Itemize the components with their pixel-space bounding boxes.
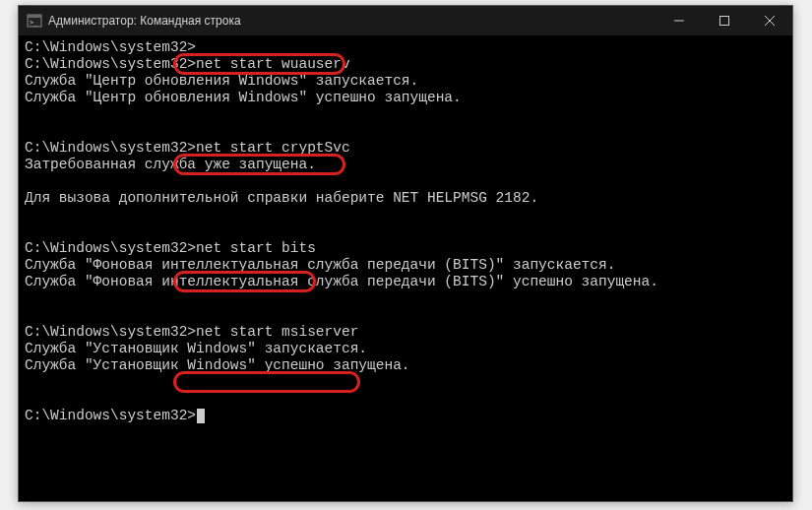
output-line	[25, 207, 786, 223]
output-line: Служба "Установщик Windows" запускается.	[25, 341, 786, 357]
output-line: Служба "Фоновая интеллектуальная служба …	[25, 274, 786, 290]
window-title: Администратор: Командная строка	[48, 14, 241, 28]
output-line: Служба "Центр обновления Windows" успешн…	[25, 90, 786, 106]
svg-rect-4	[720, 17, 729, 26]
output-line	[25, 173, 786, 190]
output-line: Для вызова дополнительной справки набери…	[25, 190, 786, 207]
blank-line	[25, 307, 786, 324]
prompt-line: C:\Windows\system32>	[25, 408, 786, 424]
titlebar[interactable]: >_ Администратор: Командная строка	[19, 6, 792, 35]
blank-line	[25, 391, 786, 408]
command-line: C:\Windows\system32>net start wuauserv	[25, 56, 786, 73]
output-line: Служба "Центр обновления Windows" запуск…	[25, 73, 786, 90]
output-line	[25, 374, 786, 391]
output-line	[25, 106, 786, 123]
svg-rect-1	[28, 15, 41, 18]
cmd-window: >_ Администратор: Командная строка C:\Wi…	[18, 5, 793, 502]
prompt-line: C:\Windows\system32>	[25, 39, 786, 56]
command-line: C:\Windows\system32>net start cryptSvc	[25, 140, 786, 157]
output-line: Служба "Фоновая интеллектуальная служба …	[25, 257, 786, 274]
cursor	[197, 409, 205, 423]
blank-line	[25, 123, 786, 140]
command-line: C:\Windows\system32>net start bits	[25, 240, 786, 257]
terminal-body[interactable]: C:\Windows\system32>C:\Windows\system32>…	[19, 35, 792, 501]
maximize-button[interactable]	[702, 6, 747, 35]
output-line: Затребованная служба уже запущена.	[25, 157, 786, 173]
svg-text:>_: >_	[30, 19, 38, 27]
output-line	[25, 290, 786, 307]
command-line: C:\Windows\system32>net start msiserver	[25, 324, 786, 341]
blank-line	[25, 223, 786, 240]
close-button[interactable]	[747, 6, 792, 35]
cmd-icon: >_	[27, 13, 42, 29]
output-line: Служба "Установщик Windows" успешно запу…	[25, 357, 786, 374]
minimize-button[interactable]	[656, 6, 702, 35]
